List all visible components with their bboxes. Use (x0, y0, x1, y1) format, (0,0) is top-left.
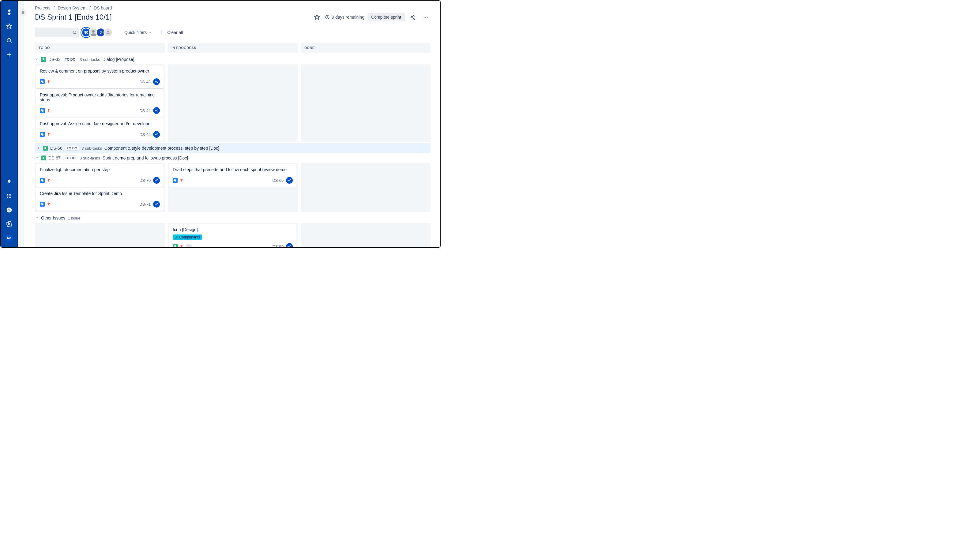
help-icon[interactable]: ? (3, 204, 15, 216)
column-todo-header: TO DO (35, 43, 165, 52)
card-key: DS-69 (272, 178, 283, 183)
quick-filters-label: Quick filters (124, 30, 147, 35)
column-done[interactable] (301, 64, 431, 142)
swimlane-header-ds67[interactable]: DS-67 TO DO 3 sub-tasks Sprint demo prep… (35, 153, 431, 163)
svg-line-26 (412, 17, 414, 18)
star-icon[interactable] (3, 20, 15, 32)
svg-rect-35 (42, 81, 43, 83)
column-inprogress[interactable] (168, 64, 298, 142)
estimate-badge: - (186, 244, 192, 247)
card-ds43[interactable]: Review & comment on proposal by system p… (36, 65, 164, 88)
settings-icon[interactable] (3, 218, 15, 230)
swimlane-header-ds66[interactable]: DS-66 TO DO 3 sub-tasks Component & styl… (35, 143, 431, 153)
breadcrumb-space[interactable]: Design System (57, 5, 86, 10)
clear-all-button[interactable]: Clear all (161, 30, 183, 35)
svg-line-31 (76, 33, 76, 34)
user-avatar[interactable]: NC (5, 235, 13, 242)
search-icon[interactable] (3, 34, 15, 46)
swimlane-subtasks: 3 sub-tasks (80, 156, 100, 160)
svg-point-30 (73, 31, 76, 34)
card-title: Post approval: Product owner adds Jira s… (40, 92, 160, 102)
breadcrumb: Projects / Design System / DS board (35, 5, 431, 10)
svg-rect-11 (7, 197, 8, 198)
quick-filters-dropdown[interactable]: Quick filters (123, 29, 154, 36)
card-ds71[interactable]: Create Jira Issue Template for Sprint De… (36, 188, 164, 211)
card-assignee[interactable]: NC (153, 107, 160, 114)
card-title: Draft steps that precede and follow each… (173, 167, 293, 172)
card-ds44[interactable]: Post approval: Product owner adds Jira s… (36, 89, 164, 117)
card-assignee[interactable]: NC (286, 177, 293, 184)
column-done[interactable] (301, 223, 431, 247)
card-ds45[interactable]: Post approval: Assign candidate designer… (36, 118, 164, 141)
card-ds59[interactable]: Icon [Design] UI Components - DS-59 NC (169, 224, 296, 247)
jira-logo-icon[interactable] (3, 6, 15, 18)
share-icon[interactable] (408, 12, 418, 22)
card-key: DS-59 (272, 244, 283, 248)
svg-rect-7 (10, 194, 11, 195)
swimlane-header-other[interactable]: Other Issues 1 issue (35, 213, 431, 223)
svg-point-32 (92, 30, 95, 33)
card-title: Post approval: Assign candidate designer… (40, 121, 160, 126)
card-assignee[interactable]: NC (286, 243, 293, 247)
chevron-down-icon (148, 30, 152, 34)
avatar-unassigned[interactable] (103, 28, 113, 37)
assignee-avatars: NC J (83, 28, 113, 37)
swimlane-key: DS-67 (48, 156, 60, 160)
svg-rect-13 (10, 197, 11, 198)
column-todo[interactable]: Finalize light documentation per step DS… (35, 163, 165, 212)
svg-point-33 (107, 30, 109, 32)
card-key: DS-70 (139, 178, 151, 183)
card-assignee[interactable]: NC (153, 177, 160, 184)
breadcrumb-board[interactable]: DS board (94, 5, 112, 10)
svg-point-28 (425, 17, 426, 18)
card-key: DS-44 (139, 108, 151, 113)
card-key: DS-45 (139, 132, 151, 137)
apps-icon[interactable] (3, 190, 15, 202)
main-content: Projects / Design System / DS board DS S… (24, 1, 441, 247)
card-title: Finalize light documentation per step (40, 167, 160, 172)
svg-rect-10 (10, 195, 11, 197)
card-key: DS-43 (139, 79, 151, 84)
card-assignee[interactable]: NC (153, 131, 160, 138)
priority-icon (46, 132, 51, 137)
swimlane-title: Component & style development process, s… (105, 146, 219, 151)
svg-line-2 (10, 41, 11, 43)
svg-point-23 (411, 16, 412, 18)
swimlane-status: TO DO (63, 156, 78, 160)
column-inprogress[interactable]: Icon [Design] UI Components - DS-59 NC (168, 223, 298, 247)
svg-marker-20 (315, 15, 320, 20)
days-remaining: 9 days remaining (325, 15, 364, 20)
more-icon[interactable] (421, 12, 431, 22)
subtask-icon (173, 178, 178, 183)
swimlane-body-other: Icon [Design] UI Components - DS-59 NC (35, 223, 431, 247)
sidebar-toggle-button[interactable] (20, 9, 26, 16)
card-assignee[interactable]: NC (153, 201, 160, 208)
swimlane-title: Dialog [Propose] (103, 57, 134, 62)
card-key: DS-71 (139, 202, 151, 206)
svg-rect-9 (9, 195, 10, 197)
chevron-down-icon (35, 216, 38, 221)
star-button[interactable] (312, 12, 322, 22)
card-title: Create Jira Issue Template for Sprint De… (40, 191, 160, 196)
breadcrumb-projects[interactable]: Projects (35, 5, 51, 10)
column-headers: TO DO IN PROGRESS DONE (35, 43, 431, 52)
column-todo[interactable]: Review & comment on proposal by system p… (35, 64, 165, 142)
card-ds70[interactable]: Finalize light documentation per step DS… (36, 164, 164, 187)
column-done[interactable] (301, 163, 431, 212)
rocket-icon[interactable] (3, 176, 15, 188)
swimlane-title: Sprint demo prep and followup process [D… (103, 156, 188, 160)
swimlane-subtasks: 3 sub-tasks (80, 57, 100, 62)
subtask-icon (40, 132, 45, 137)
swimlane-header-ds33[interactable]: DS-33 TO DO 3 sub-tasks Dialog [Propose] (35, 54, 431, 64)
swimlane-title: Other Issues (41, 216, 65, 221)
search-box (35, 27, 79, 37)
plus-icon[interactable] (3, 48, 15, 60)
column-inprogress[interactable]: Draft steps that precede and follow each… (168, 163, 298, 212)
column-inprogress-header: IN PROGRESS (168, 43, 298, 52)
card-ds69[interactable]: Draft steps that precede and follow each… (169, 164, 296, 187)
column-todo[interactable] (35, 223, 165, 247)
swimlane-body-ds33: Review & comment on proposal by system p… (35, 64, 431, 142)
story-icon (41, 156, 46, 160)
card-assignee[interactable]: NC (153, 78, 160, 85)
complete-sprint-button[interactable]: Complete sprint (368, 13, 405, 21)
